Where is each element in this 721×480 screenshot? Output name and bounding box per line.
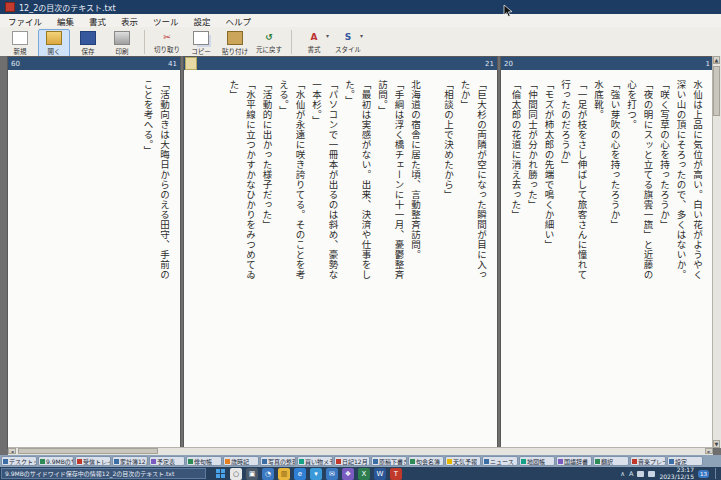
task-button-icon xyxy=(77,459,82,464)
print-button[interactable]: 印刷 xyxy=(106,29,138,58)
menu-item-3[interactable]: 表示 xyxy=(121,15,138,27)
save-button[interactable]: 保存 xyxy=(72,29,104,58)
vertical-scrollbar[interactable]: ▲ ▼ xyxy=(712,56,721,448)
search-icon[interactable]: ○ xyxy=(230,468,242,480)
editor-icon[interactable]: T xyxy=(390,468,402,480)
task-button-icon xyxy=(3,459,8,464)
task-button-icon xyxy=(632,459,637,464)
task-button-icon xyxy=(299,459,304,464)
volume-icon[interactable] xyxy=(648,471,655,477)
page-text[interactable]: 「活動向きは大晦日からのえる田守、手前のことを考へる。」 xyxy=(8,70,180,448)
text-column: た。」 xyxy=(341,80,358,442)
task-button-icon xyxy=(595,459,600,464)
toolbar-button-label: スタイル xyxy=(335,44,361,54)
tray-expand-icon[interactable]: ∧ xyxy=(620,470,625,478)
explorer-icon[interactable]: ▥ xyxy=(278,468,290,480)
task-button-17[interactable]: 音楽プレーヤ xyxy=(630,456,666,466)
task-button-13[interactable]: ニュース xyxy=(482,456,518,466)
new-document-button[interactable]: 新規 xyxy=(4,29,36,58)
task-button-12[interactable]: 天気予報 xyxy=(445,456,481,466)
task-button-7[interactable]: 写真の整理 xyxy=(260,456,296,466)
task-button-6[interactable]: 歳時記 xyxy=(223,456,259,466)
task-button-16[interactable]: 翻訳 xyxy=(593,456,629,466)
open-folder-button[interactable]: 開く xyxy=(38,29,70,58)
menu-item-1[interactable]: 編集 xyxy=(57,15,74,27)
notification-badge[interactable]: 13 xyxy=(698,470,709,478)
text-column: 「夜の明にスッと立てる旗雲一旒」と近藤の xyxy=(639,80,656,442)
scroll-up-icon[interactable]: ▲ xyxy=(713,56,720,64)
start-icon[interactable] xyxy=(214,468,226,480)
task-button-10[interactable]: 原稿下書き xyxy=(371,456,407,466)
task-button-1[interactable]: 9.9MBのサイド xyxy=(38,456,74,466)
menu-item-4[interactable]: ツール xyxy=(153,15,179,27)
text-column: たか」 xyxy=(456,80,473,442)
vertical-scrollbar-thumb[interactable] xyxy=(713,66,720,116)
chevron-down-icon: ▾ xyxy=(326,32,329,39)
text-column: 「仲間同士が分かれ勝った」 xyxy=(524,80,541,442)
bookmark-tab[interactable] xyxy=(185,57,197,70)
toolbar-separator xyxy=(291,30,292,54)
task-button-icon xyxy=(410,459,415,464)
menu-item-2[interactable]: 書式 xyxy=(89,15,106,27)
cut-button[interactable]: 切り取り xyxy=(151,29,183,56)
edge-icon[interactable]: e xyxy=(294,468,306,480)
undo-button[interactable]: 元に戻す xyxy=(253,29,285,56)
ime-indicator[interactable]: A xyxy=(629,470,633,478)
new-document-icon xyxy=(12,31,28,45)
scroll-right-icon[interactable]: ► xyxy=(705,448,713,454)
text-column: 水仙は上品に気位が高い。白い花がようやく xyxy=(689,80,706,442)
menu-item-6[interactable]: ヘルプ xyxy=(226,15,252,27)
page-header: 4021 xyxy=(184,57,497,70)
format-button[interactable]: 書式▾ xyxy=(298,29,330,56)
task-button-2[interactable]: 受信トレイ xyxy=(75,456,111,466)
menubar: ファイル編集書式表示ツール設定ヘルプ xyxy=(0,14,721,28)
task-button-9[interactable]: 日記12月 xyxy=(334,456,370,466)
text-column: 「巨大杉の両隣が空になった瞬間が目に入っ xyxy=(473,80,490,442)
text-column: 「水平線に立つかすかなひかりをみつめてゐ xyxy=(242,80,259,442)
network-icon[interactable] xyxy=(637,471,644,477)
horizontal-scrollbar[interactable]: ◄ ► xyxy=(8,447,713,455)
task-button-label: 歳時記 xyxy=(231,457,249,466)
page-text[interactable]: 「巨大杉の両隣が空になった瞬間が目に入ったか」「相談の上で決めたから」 北海道の… xyxy=(184,70,497,448)
store-icon[interactable]: ▾ xyxy=(310,468,322,480)
show-desktop-button[interactable] xyxy=(715,468,718,479)
window-task-list: デスクトップ9.9MBのサイド受信トレイ家計簿12月予定表俳句帳歳時記写真の整理… xyxy=(0,455,721,467)
page-text[interactable]: 水仙は上品に気位が高い。白い花がようやく深い山の頂にそろったので、多くはないか。… xyxy=(501,70,713,448)
task-button-label: 受信トレイ xyxy=(83,457,111,466)
task-button-3[interactable]: 家計簿12月 xyxy=(112,456,148,466)
excel-icon[interactable]: X xyxy=(358,468,370,480)
text-column: 「水仙が永遠に咲き誇りてる。そのことを考 xyxy=(291,80,308,442)
task-button-5[interactable]: 俳句帳 xyxy=(186,456,222,466)
task-button-label: 予定表 xyxy=(157,457,175,466)
toolbar-button-label: 保存 xyxy=(75,46,101,56)
scroll-left-icon[interactable]: ◄ xyxy=(8,448,16,454)
active-window-button[interactable]: 9.9MBのサイドワイド保存中の情報12_2の目次のテキスト.txt xyxy=(1,468,206,479)
scroll-down-icon[interactable]: ▼ xyxy=(713,440,720,448)
menu-item-0[interactable]: ファイル xyxy=(8,15,42,27)
photos-icon[interactable]: ❖ xyxy=(342,468,354,480)
style-button[interactable]: スタイル▾ xyxy=(332,29,364,56)
copy-button[interactable]: コピー xyxy=(185,29,217,58)
clock[interactable]: 23:17 2023/12/15 xyxy=(659,467,694,480)
paste-icon xyxy=(227,31,243,45)
task-button-14[interactable]: 地図帳 xyxy=(519,456,555,466)
horizontal-scrollbar-thumb[interactable] xyxy=(18,448,158,454)
task-view-icon[interactable]: ▣ xyxy=(246,468,258,480)
text-column: 一本杉。」 xyxy=(308,80,325,442)
task-button-15[interactable]: 国語辞書 xyxy=(556,456,592,466)
task-button-label: デスクトップ xyxy=(9,457,37,466)
task-button-4[interactable]: 予定表 xyxy=(149,456,185,466)
task-button-label: 国語辞書 xyxy=(564,457,588,466)
task-button-label: 買い物メモ xyxy=(305,457,333,466)
menu-item-5[interactable]: 設定 xyxy=(194,15,211,27)
mail-icon[interactable]: ✉ xyxy=(326,468,338,480)
document-area: 6041「活動向きは大晦日からのえる田守、手前のことを考へる。」4021「巨大杉… xyxy=(0,56,721,455)
widgets-icon[interactable]: ◔ xyxy=(262,468,274,480)
task-button-0[interactable]: デスクトップ xyxy=(1,456,37,466)
task-button-18[interactable]: 設定 xyxy=(667,456,703,466)
paste-button[interactable]: 貼り付け xyxy=(219,29,251,58)
task-button-8[interactable]: 買い物メモ xyxy=(297,456,333,466)
word-icon[interactable]: W xyxy=(374,468,386,480)
task-button-11[interactable]: 句会名簿 xyxy=(408,456,444,466)
app-icon xyxy=(5,2,15,12)
